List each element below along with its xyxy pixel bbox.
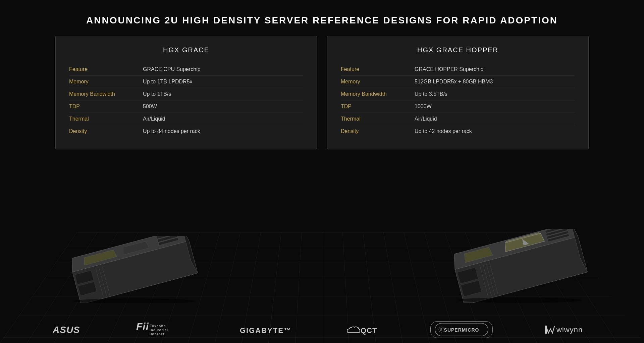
hgx-grace-title: HGX GRACE xyxy=(69,46,303,54)
svg-text:ASUS: ASUS xyxy=(53,325,80,335)
gigabyte-logo: GIGABYTE™ xyxy=(240,324,293,336)
spec-label-tdp-2: TDP xyxy=(341,104,415,110)
asus-logo: ASUS xyxy=(53,324,83,335)
spec-value-density-1: Up to 84 nodes per rack xyxy=(143,128,200,134)
page-title: ANNOUNCING 2U HIGH DENSITY SERVER REFERE… xyxy=(0,0,644,36)
wiwynn-logo: wiwynn xyxy=(544,323,591,336)
spec-label-density-1: Density xyxy=(69,128,143,134)
spec-value-feature-1: GRACE CPU Superchip xyxy=(143,66,201,72)
spec-label-feature-1: Feature xyxy=(69,66,143,72)
spec-value-thermal-1: Air/Liquid xyxy=(143,116,165,122)
svg-text:Industrial: Industrial xyxy=(150,328,168,332)
svg-point-31 xyxy=(458,297,582,303)
spec-row-bandwidth-2: Memory Bandwidth Up to 3.5TB/s xyxy=(341,88,575,100)
spec-label-memory-1: Memory xyxy=(69,79,143,85)
grace-hopper-blade xyxy=(449,229,577,299)
svg-text:SUPERMICRO: SUPERMICRO xyxy=(444,327,479,333)
supermicro-logo: SUPERMICRO S xyxy=(430,321,493,338)
spec-label-density-2: Density xyxy=(341,128,415,134)
spec-row-thermal-1: Thermal Air/Liquid xyxy=(69,113,303,125)
svg-text:GIGABYTE™: GIGABYTE™ xyxy=(240,326,292,335)
grace-cpu-blade xyxy=(67,236,195,303)
spec-value-memory-2: 512GB LPDDR5x + 80GB HBM3 xyxy=(415,79,493,85)
spec-value-memory-1: Up to 1TB LPDDR5x xyxy=(143,79,193,85)
spec-label-memory-2: Memory xyxy=(341,79,415,85)
qct-logo: QCT xyxy=(345,323,379,336)
spec-row-density-2: Density Up to 42 nodes per rack xyxy=(341,125,575,137)
spec-value-density-2: Up to 42 nodes per rack xyxy=(415,128,472,134)
svg-text:S: S xyxy=(440,328,443,332)
spec-label-bandwidth-1: Memory Bandwidth xyxy=(69,91,143,97)
hgx-grace-hopper-title: HGX GRACE HOPPER xyxy=(341,46,575,54)
spec-value-thermal-2: Air/Liquid xyxy=(415,116,437,122)
svg-text:QCT: QCT xyxy=(361,326,377,335)
spec-row-memory-1: Memory Up to 1TB LPDDR5x xyxy=(69,76,303,88)
partners-bar: ASUS Fii Foxconn Industrial Internet GIG… xyxy=(0,321,644,338)
spec-value-tdp-1: 500W xyxy=(143,104,157,110)
svg-text:Fii: Fii xyxy=(136,321,149,332)
spec-row-feature-1: Feature GRACE CPU Superchip xyxy=(69,63,303,76)
spec-row-tdp-1: TDP 500W xyxy=(69,100,303,113)
foxconn-logo: Fii Foxconn Industrial Internet xyxy=(135,321,188,338)
spec-value-tdp-2: 1000W xyxy=(415,104,432,110)
spec-row-bandwidth-1: Memory Bandwidth Up to 1TB/s xyxy=(69,88,303,100)
spec-row-memory-2: Memory 512GB LPDDR5x + 80GB HBM3 xyxy=(341,76,575,88)
spec-row-feature-2: Feature GRACE HOPPER Superchip xyxy=(341,63,575,76)
hgx-grace-card: HGX GRACE Feature GRACE CPU Superchip Me… xyxy=(55,36,317,149)
hgx-grace-hopper-card: HGX GRACE HOPPER Feature GRACE HOPPER Su… xyxy=(327,36,589,149)
spec-label-thermal-2: Thermal xyxy=(341,116,415,122)
spec-value-feature-2: GRACE HOPPER Superchip xyxy=(415,66,483,72)
svg-text:Foxconn: Foxconn xyxy=(150,324,166,328)
spec-label-tdp-1: TDP xyxy=(69,104,143,110)
spec-label-bandwidth-2: Memory Bandwidth xyxy=(341,91,415,97)
spec-row-tdp-2: TDP 1000W xyxy=(341,100,575,113)
spec-row-thermal-2: Thermal Air/Liquid xyxy=(341,113,575,125)
spec-row-density-1: Density Up to 84 nodes per rack xyxy=(69,125,303,137)
svg-text:Internet: Internet xyxy=(150,332,165,336)
svg-text:wiwynn: wiwynn xyxy=(556,326,583,334)
spec-value-bandwidth-1: Up to 1TB/s xyxy=(143,91,171,97)
spec-value-bandwidth-2: Up to 3.5TB/s xyxy=(415,91,447,97)
cards-container: HGX GRACE Feature GRACE CPU Superchip Me… xyxy=(0,36,644,149)
spec-label-feature-2: Feature xyxy=(341,66,415,72)
bottom-section: ASUS Fii Foxconn Industrial Internet GIG… xyxy=(0,202,644,343)
spec-label-thermal-1: Thermal xyxy=(69,116,143,122)
